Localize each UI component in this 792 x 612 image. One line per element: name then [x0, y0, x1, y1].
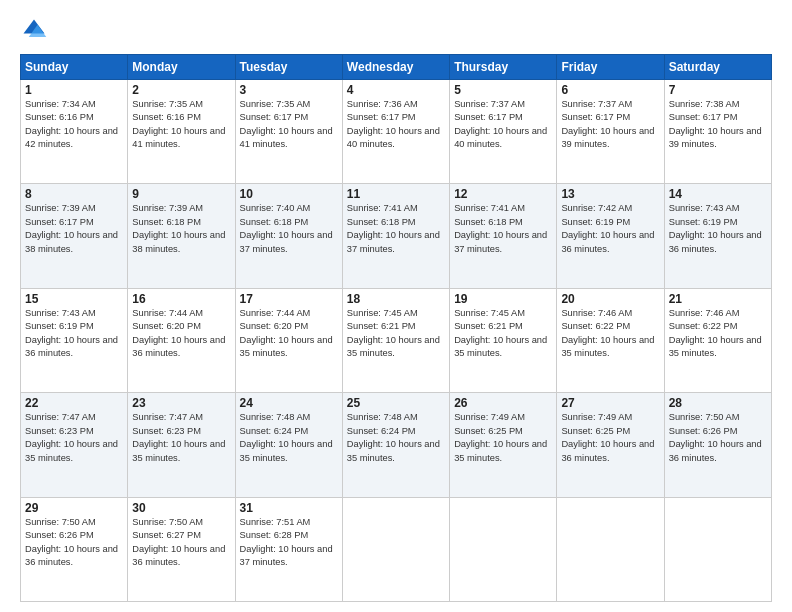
day-number: 25 — [347, 396, 445, 410]
calendar-table: SundayMondayTuesdayWednesdayThursdayFrid… — [20, 54, 772, 602]
day-number: 7 — [669, 83, 767, 97]
logo-icon — [20, 16, 48, 44]
calendar-header-tuesday: Tuesday — [235, 55, 342, 80]
day-info: Sunrise: 7:49 AMSunset: 6:25 PMDaylight:… — [454, 411, 552, 465]
calendar-header-monday: Monday — [128, 55, 235, 80]
calendar-cell: 1Sunrise: 7:34 AMSunset: 6:16 PMDaylight… — [21, 80, 128, 184]
day-info: Sunrise: 7:47 AMSunset: 6:23 PMDaylight:… — [25, 411, 123, 465]
day-number: 23 — [132, 396, 230, 410]
day-number: 10 — [240, 187, 338, 201]
calendar-cell: 27Sunrise: 7:49 AMSunset: 6:25 PMDayligh… — [557, 393, 664, 497]
calendar-cell: 2Sunrise: 7:35 AMSunset: 6:16 PMDaylight… — [128, 80, 235, 184]
day-number: 9 — [132, 187, 230, 201]
day-info: Sunrise: 7:50 AMSunset: 6:27 PMDaylight:… — [132, 516, 230, 570]
calendar-cell: 22Sunrise: 7:47 AMSunset: 6:23 PMDayligh… — [21, 393, 128, 497]
day-info: Sunrise: 7:50 AMSunset: 6:26 PMDaylight:… — [669, 411, 767, 465]
day-number: 29 — [25, 501, 123, 515]
day-info: Sunrise: 7:46 AMSunset: 6:22 PMDaylight:… — [561, 307, 659, 361]
day-number: 24 — [240, 396, 338, 410]
day-info: Sunrise: 7:36 AMSunset: 6:17 PMDaylight:… — [347, 98, 445, 152]
calendar-cell: 18Sunrise: 7:45 AMSunset: 6:21 PMDayligh… — [342, 288, 449, 392]
calendar-cell — [664, 497, 771, 601]
calendar-header-sunday: Sunday — [21, 55, 128, 80]
day-number: 3 — [240, 83, 338, 97]
day-number: 31 — [240, 501, 338, 515]
day-info: Sunrise: 7:42 AMSunset: 6:19 PMDaylight:… — [561, 202, 659, 256]
calendar-cell: 21Sunrise: 7:46 AMSunset: 6:22 PMDayligh… — [664, 288, 771, 392]
day-info: Sunrise: 7:48 AMSunset: 6:24 PMDaylight:… — [347, 411, 445, 465]
calendar-week-2: 8Sunrise: 7:39 AMSunset: 6:17 PMDaylight… — [21, 184, 772, 288]
day-info: Sunrise: 7:51 AMSunset: 6:28 PMDaylight:… — [240, 516, 338, 570]
day-info: Sunrise: 7:45 AMSunset: 6:21 PMDaylight:… — [347, 307, 445, 361]
day-number: 19 — [454, 292, 552, 306]
day-number: 17 — [240, 292, 338, 306]
day-info: Sunrise: 7:34 AMSunset: 6:16 PMDaylight:… — [25, 98, 123, 152]
day-info: Sunrise: 7:44 AMSunset: 6:20 PMDaylight:… — [240, 307, 338, 361]
day-number: 20 — [561, 292, 659, 306]
calendar-cell: 31Sunrise: 7:51 AMSunset: 6:28 PMDayligh… — [235, 497, 342, 601]
calendar-week-5: 29Sunrise: 7:50 AMSunset: 6:26 PMDayligh… — [21, 497, 772, 601]
day-number: 27 — [561, 396, 659, 410]
calendar-cell: 9Sunrise: 7:39 AMSunset: 6:18 PMDaylight… — [128, 184, 235, 288]
day-info: Sunrise: 7:47 AMSunset: 6:23 PMDaylight:… — [132, 411, 230, 465]
calendar-header-wednesday: Wednesday — [342, 55, 449, 80]
day-number: 18 — [347, 292, 445, 306]
day-info: Sunrise: 7:37 AMSunset: 6:17 PMDaylight:… — [454, 98, 552, 152]
calendar-cell: 7Sunrise: 7:38 AMSunset: 6:17 PMDaylight… — [664, 80, 771, 184]
calendar-cell: 16Sunrise: 7:44 AMSunset: 6:20 PMDayligh… — [128, 288, 235, 392]
day-info: Sunrise: 7:45 AMSunset: 6:21 PMDaylight:… — [454, 307, 552, 361]
calendar-cell: 8Sunrise: 7:39 AMSunset: 6:17 PMDaylight… — [21, 184, 128, 288]
calendar-cell: 3Sunrise: 7:35 AMSunset: 6:17 PMDaylight… — [235, 80, 342, 184]
calendar-header-thursday: Thursday — [450, 55, 557, 80]
day-info: Sunrise: 7:50 AMSunset: 6:26 PMDaylight:… — [25, 516, 123, 570]
calendar-week-3: 15Sunrise: 7:43 AMSunset: 6:19 PMDayligh… — [21, 288, 772, 392]
day-info: Sunrise: 7:41 AMSunset: 6:18 PMDaylight:… — [454, 202, 552, 256]
day-number: 13 — [561, 187, 659, 201]
day-number: 4 — [347, 83, 445, 97]
day-info: Sunrise: 7:37 AMSunset: 6:17 PMDaylight:… — [561, 98, 659, 152]
day-info: Sunrise: 7:38 AMSunset: 6:17 PMDaylight:… — [669, 98, 767, 152]
day-number: 28 — [669, 396, 767, 410]
calendar-header-saturday: Saturday — [664, 55, 771, 80]
header — [20, 16, 772, 44]
day-number: 8 — [25, 187, 123, 201]
day-info: Sunrise: 7:43 AMSunset: 6:19 PMDaylight:… — [25, 307, 123, 361]
calendar-week-4: 22Sunrise: 7:47 AMSunset: 6:23 PMDayligh… — [21, 393, 772, 497]
calendar-cell: 14Sunrise: 7:43 AMSunset: 6:19 PMDayligh… — [664, 184, 771, 288]
day-number: 11 — [347, 187, 445, 201]
day-number: 14 — [669, 187, 767, 201]
calendar-cell: 29Sunrise: 7:50 AMSunset: 6:26 PMDayligh… — [21, 497, 128, 601]
calendar-cell: 20Sunrise: 7:46 AMSunset: 6:22 PMDayligh… — [557, 288, 664, 392]
calendar-cell: 24Sunrise: 7:48 AMSunset: 6:24 PMDayligh… — [235, 393, 342, 497]
day-number: 5 — [454, 83, 552, 97]
calendar-cell: 11Sunrise: 7:41 AMSunset: 6:18 PMDayligh… — [342, 184, 449, 288]
day-number: 22 — [25, 396, 123, 410]
day-info: Sunrise: 7:43 AMSunset: 6:19 PMDaylight:… — [669, 202, 767, 256]
day-info: Sunrise: 7:35 AMSunset: 6:16 PMDaylight:… — [132, 98, 230, 152]
day-number: 1 — [25, 83, 123, 97]
calendar-cell: 17Sunrise: 7:44 AMSunset: 6:20 PMDayligh… — [235, 288, 342, 392]
calendar-cell: 25Sunrise: 7:48 AMSunset: 6:24 PMDayligh… — [342, 393, 449, 497]
day-info: Sunrise: 7:39 AMSunset: 6:17 PMDaylight:… — [25, 202, 123, 256]
calendar-cell: 13Sunrise: 7:42 AMSunset: 6:19 PMDayligh… — [557, 184, 664, 288]
calendar-cell: 26Sunrise: 7:49 AMSunset: 6:25 PMDayligh… — [450, 393, 557, 497]
day-info: Sunrise: 7:48 AMSunset: 6:24 PMDaylight:… — [240, 411, 338, 465]
calendar-week-1: 1Sunrise: 7:34 AMSunset: 6:16 PMDaylight… — [21, 80, 772, 184]
calendar-cell: 12Sunrise: 7:41 AMSunset: 6:18 PMDayligh… — [450, 184, 557, 288]
day-number: 15 — [25, 292, 123, 306]
day-number: 21 — [669, 292, 767, 306]
day-info: Sunrise: 7:44 AMSunset: 6:20 PMDaylight:… — [132, 307, 230, 361]
calendar-cell: 4Sunrise: 7:36 AMSunset: 6:17 PMDaylight… — [342, 80, 449, 184]
page: SundayMondayTuesdayWednesdayThursdayFrid… — [0, 0, 792, 612]
calendar-cell: 30Sunrise: 7:50 AMSunset: 6:27 PMDayligh… — [128, 497, 235, 601]
day-number: 26 — [454, 396, 552, 410]
calendar-cell — [342, 497, 449, 601]
day-info: Sunrise: 7:35 AMSunset: 6:17 PMDaylight:… — [240, 98, 338, 152]
day-number: 12 — [454, 187, 552, 201]
day-info: Sunrise: 7:39 AMSunset: 6:18 PMDaylight:… — [132, 202, 230, 256]
calendar-cell: 10Sunrise: 7:40 AMSunset: 6:18 PMDayligh… — [235, 184, 342, 288]
day-info: Sunrise: 7:40 AMSunset: 6:18 PMDaylight:… — [240, 202, 338, 256]
day-info: Sunrise: 7:46 AMSunset: 6:22 PMDaylight:… — [669, 307, 767, 361]
calendar-cell: 5Sunrise: 7:37 AMSunset: 6:17 PMDaylight… — [450, 80, 557, 184]
calendar-cell — [557, 497, 664, 601]
